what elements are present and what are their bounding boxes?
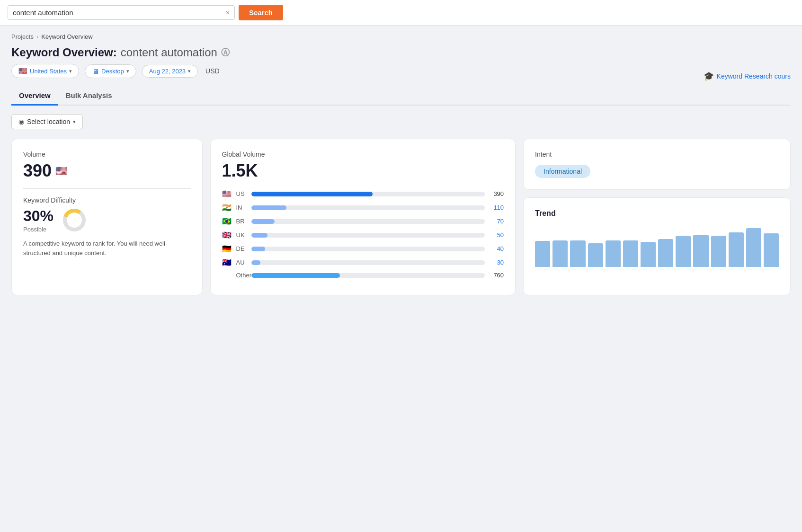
country-value-1: 110 (489, 204, 504, 211)
date-chevron: ▾ (188, 68, 191, 74)
country-code-3: UK (236, 231, 248, 239)
country-flag-0: 🇺🇸 (222, 189, 232, 198)
trend-bar-8 (676, 236, 691, 267)
breadcrumb-projects[interactable]: Projects (11, 33, 34, 40)
tabs: Overview Bulk Analysis (11, 87, 791, 106)
device-icon: 🖥 (92, 67, 99, 75)
bar-fill-3 (251, 233, 268, 238)
country-code-6: Other (236, 272, 248, 279)
kd-donut-chart (61, 207, 88, 233)
trend-bar-9 (693, 235, 708, 267)
bar-fill-2 (251, 219, 275, 224)
search-input[interactable] (13, 9, 223, 17)
filter-bar: 🇺🇸 United States ▾ 🖥 Desktop ▾ Aug 22, 2… (11, 64, 230, 78)
trend-bar-4 (606, 240, 621, 267)
bar-container-3 (251, 233, 485, 238)
country-value-4: 40 (489, 245, 504, 252)
country-code-5: AU (236, 259, 248, 266)
device-filter[interactable]: 🖥 Desktop ▾ (85, 64, 136, 78)
intent-badge: Informational (535, 165, 590, 178)
country-row: 🇩🇪 DE 40 (222, 244, 504, 253)
country-code-4: DE (236, 245, 248, 252)
volume-number: 390 (23, 161, 52, 181)
page-title: Keyword Overview: content automation Ⓐ (11, 46, 230, 59)
country-row: 🇧🇷 BR 70 (222, 217, 504, 226)
trend-bar-0 (535, 241, 550, 267)
country-row: 🇮🇳 IN 110 (222, 203, 504, 212)
trend-label: Trend (535, 209, 779, 218)
trend-bar-12 (746, 228, 761, 267)
trend-bar-7 (658, 239, 673, 267)
country-value-3: 50 (489, 231, 504, 239)
bar-fill-0 (251, 192, 373, 196)
search-input-wrapper: × (8, 5, 235, 20)
country-flag-5: 🇦🇺 (222, 258, 232, 267)
trend-bar-2 (570, 240, 585, 267)
search-button[interactable]: Search (239, 5, 283, 20)
device-label: Desktop (101, 68, 124, 75)
page-title-keyword: content automation (121, 46, 217, 59)
country-chevron: ▾ (69, 68, 72, 74)
country-code-1: IN (236, 204, 248, 211)
country-flag-2: 🇧🇷 (222, 217, 232, 226)
trend-bars (535, 224, 779, 267)
left-header: Projects › Keyword Overview Keyword Over… (11, 33, 230, 87)
currency-label: USD (205, 67, 220, 75)
trend-bar-5 (623, 240, 638, 267)
kd-row: 30% Possible (23, 207, 191, 233)
trend-bar-6 (641, 242, 656, 267)
right-column: Intent Informational Trend (523, 139, 791, 295)
global-volume-label: Global Volume (222, 151, 504, 158)
clear-icon[interactable]: × (226, 9, 230, 17)
header-row: Projects › Keyword Overview Keyword Over… (11, 33, 791, 87)
date-filter[interactable]: Aug 22, 2023 ▾ (142, 65, 198, 78)
kd-value-block: 30% Possible (23, 207, 53, 233)
breadcrumb-current: Keyword Overview (41, 33, 92, 40)
bar-fill-4 (251, 247, 266, 251)
bar-fill-6 (251, 273, 340, 278)
verified-icon: Ⓐ (221, 47, 230, 58)
search-bar: × Search (0, 0, 802, 26)
country-value-2: 70 (489, 218, 504, 225)
kd-description: A competitive keyword to rank for. You w… (23, 239, 191, 257)
country-value-0: 390 (489, 190, 504, 197)
country-row: 🇦🇺 AU 30 (222, 258, 504, 267)
location-select[interactable]: ◉ Select location ▾ (11, 114, 83, 129)
country-label: United States (30, 68, 67, 75)
global-volume-card: Global Volume 1.5K 🇺🇸 US 390 🇮🇳 IN 110 🇧… (210, 139, 516, 295)
country-row: Other 760 (222, 272, 504, 279)
location-icon: ◉ (18, 118, 24, 125)
bar-fill-1 (251, 205, 286, 210)
volume-label: Volume (23, 151, 191, 158)
bar-container-4 (251, 247, 485, 251)
bar-fill-5 (251, 260, 261, 265)
course-link[interactable]: 🎓 Keyword Research cours (704, 71, 791, 81)
page-title-prefix: Keyword Overview: (11, 46, 117, 59)
tab-overview[interactable]: Overview (11, 87, 58, 106)
bar-container-6 (251, 273, 485, 278)
trend-bar-3 (588, 243, 603, 267)
hat-icon: 🎓 (704, 71, 714, 81)
breadcrumb: Projects › Keyword Overview (11, 33, 230, 40)
main-content: Projects › Keyword Overview Keyword Over… (0, 26, 802, 303)
country-code-2: BR (236, 218, 248, 225)
country-rows: 🇺🇸 US 390 🇮🇳 IN 110 🇧🇷 BR 70 🇬🇧 UK (222, 189, 504, 279)
kd-sublabel: Possible (23, 226, 53, 233)
bar-container-0 (251, 192, 485, 196)
volume-value-row: 390 🇺🇸 (23, 161, 191, 181)
tab-bulk-analysis[interactable]: Bulk Analysis (58, 87, 120, 106)
bar-container-1 (251, 205, 485, 210)
cards-grid: Volume 390 🇺🇸 Keyword Difficulty 30% Pos… (11, 139, 791, 295)
kd-value: 30% (23, 207, 53, 225)
global-volume-value: 1.5K (222, 161, 504, 181)
trend-bar-11 (729, 232, 744, 267)
trend-bar-10 (711, 236, 726, 267)
country-flag-3: 🇬🇧 (222, 231, 232, 239)
trend-bar-1 (552, 240, 568, 267)
country-filter[interactable]: 🇺🇸 United States ▾ (11, 64, 79, 78)
bar-container-2 (251, 219, 485, 224)
trend-card: Trend (523, 197, 791, 295)
intent-card: Intent Informational (523, 139, 791, 190)
kd-label: Keyword Difficulty (23, 196, 191, 204)
volume-card: Volume 390 🇺🇸 Keyword Difficulty 30% Pos… (11, 139, 203, 295)
